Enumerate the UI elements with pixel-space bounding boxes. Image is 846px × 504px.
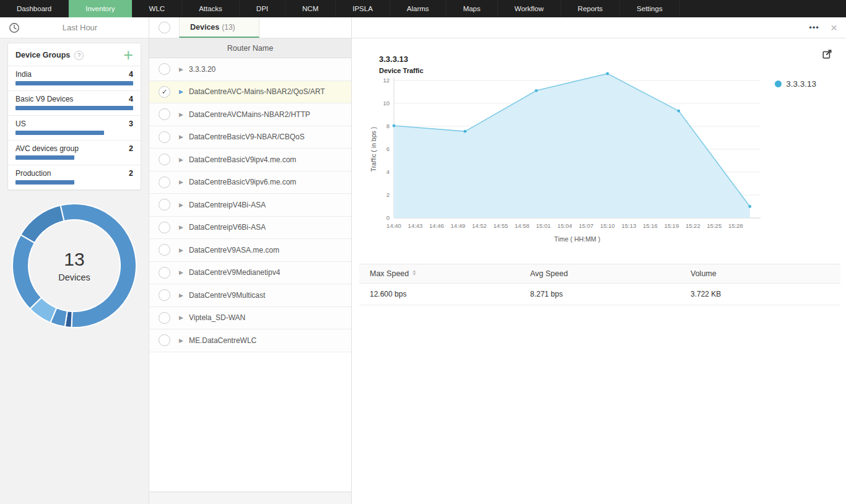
sort-arrows-icon	[412, 270, 416, 276]
add-group-button[interactable]: +	[123, 50, 133, 61]
nav-tab-workflow[interactable]: Workflow	[498, 0, 561, 17]
area-fill	[394, 74, 750, 218]
summary-value-avg-speed: 8.271 bps	[520, 284, 680, 305]
x-tick-label: 14:55	[494, 222, 508, 229]
expand-caret-icon[interactable]: ▶	[179, 66, 183, 72]
group-count: 3	[129, 119, 133, 128]
device-row-datacentrebasicv9-nbar-cbqos[interactable]: ▶DataCentreBasicV9-NBAR/CBQoS	[149, 126, 351, 149]
device-row-datacentrev9asa-me-com[interactable]: ▶DataCentreV9ASA.me.com	[149, 239, 351, 262]
device-row-viptela-sd-wan[interactable]: ▶Viptela_SD-WAN	[149, 307, 351, 330]
group-count-bar	[15, 106, 133, 110]
device-checkbox[interactable]	[159, 63, 170, 75]
clock-icon	[9, 22, 20, 33]
column-header-volume: Volume	[680, 264, 840, 284]
help-icon[interactable]: ?	[74, 51, 84, 60]
traffic-chart-svg: 02468101214:4014:4314:4614:4914:5214:551…	[369, 72, 768, 246]
data-point	[748, 205, 751, 208]
legend-dot	[775, 80, 782, 87]
group-row-avc-devices-group[interactable]: AVC devices group2	[8, 141, 141, 165]
devices-donut-chart: 13 Devices	[0, 202, 149, 329]
device-checkbox[interactable]	[159, 176, 170, 188]
device-checkbox[interactable]	[159, 334, 170, 346]
group-label: AVC devices group	[15, 144, 79, 153]
data-point	[393, 124, 396, 128]
expand-caret-icon[interactable]: ▶	[179, 247, 183, 253]
group-label: Production	[15, 169, 51, 178]
device-checkbox[interactable]	[159, 267, 170, 279]
group-count-bar	[15, 155, 74, 160]
device-checkbox[interactable]	[159, 312, 170, 324]
nav-tab-dpi[interactable]: DPI	[240, 0, 286, 17]
nav-tab-maps[interactable]: Maps	[447, 0, 498, 17]
expand-caret-icon[interactable]: ▶	[179, 292, 183, 298]
x-axis-label: Time ( HH:MM )	[554, 235, 600, 243]
time-filter-label: Last Hour	[20, 23, 140, 32]
nav-tab-attacks[interactable]: Attacks	[182, 0, 240, 17]
x-tick-label: 15:04	[557, 222, 572, 229]
device-row-datacentreavcmains-nbar2-http[interactable]: ▶DataCentreAVCMains-NBAR2/HTTP	[149, 103, 351, 126]
device-checkbox[interactable]	[159, 199, 170, 211]
device-row-datacentreipv4bi-asa[interactable]: ▶DataCentreipV4Bi-ASA	[149, 194, 351, 217]
device-row-datacentrev9multicast[interactable]: ▶DataCentreV9Multicast	[149, 284, 351, 307]
device-name: DataCentreV9Multicast	[189, 291, 265, 300]
nav-tab-reports[interactable]: Reports	[561, 0, 620, 17]
device-row-me-datacentrewlc[interactable]: ▶ME.DataCentreWLC	[149, 329, 351, 352]
device-row-datacentreipv6bi-asa[interactable]: ▶DataCentreipV6Bi-ASA	[149, 217, 351, 240]
nav-tab-ipsla[interactable]: IPSLA	[336, 0, 390, 17]
expand-caret-icon[interactable]: ▶	[179, 111, 183, 118]
expand-caret-icon[interactable]: ▶	[179, 224, 183, 230]
expand-caret-icon[interactable]: ▶	[179, 134, 183, 140]
nav-tab-dashboard[interactable]: Dashboard	[0, 0, 69, 17]
group-label: US	[15, 119, 26, 128]
device-checkbox[interactable]	[159, 222, 170, 233]
expand-caret-icon[interactable]: ▶	[179, 337, 183, 344]
data-point	[464, 130, 467, 133]
nav-tab-ncm[interactable]: NCM	[286, 0, 336, 17]
expand-caret-icon[interactable]: ▶	[179, 157, 183, 163]
nav-tab-settings[interactable]: Settings	[620, 0, 680, 17]
external-link-icon[interactable]	[822, 49, 832, 59]
nav-tab-wlc[interactable]: WLC	[133, 0, 183, 17]
device-row-datacentreavc-mains-nbar2-qos-art[interactable]: ✓▶DataCentreAVC-Mains-NBAR2/QoS/ART	[149, 81, 351, 104]
device-checkbox[interactable]	[159, 108, 170, 120]
group-label: Basic V9 Devices	[15, 95, 73, 103]
device-detail-panel: ••• × 3.3.3.13 Device Traffic 0246810121…	[352, 17, 846, 504]
device-checkbox[interactable]	[159, 131, 170, 143]
data-point	[677, 110, 680, 113]
nav-tab-alarms[interactable]: Alarms	[390, 0, 447, 17]
device-checkbox[interactable]: ✓	[159, 86, 170, 98]
expand-caret-icon[interactable]: ▶	[179, 179, 183, 185]
group-row-production[interactable]: Production2	[8, 165, 141, 189]
device-name: DataCentreipV6Bi-ASA	[189, 223, 266, 232]
expand-caret-icon[interactable]: ▶	[179, 315, 183, 321]
expand-caret-icon[interactable]: ▶	[179, 89, 183, 95]
group-row-basic-v9-devices[interactable]: Basic V9 Devices4	[8, 91, 141, 116]
device-row-datacentrev9medianetipv4[interactable]: ▶DataCentreV9Medianetipv4	[149, 262, 351, 285]
x-tick-label: 14:46	[429, 222, 444, 229]
tab-devices[interactable]: Devices (13)	[179, 17, 259, 38]
device-row-3-3-3-20[interactable]: ▶3.3.3.20	[149, 58, 351, 81]
expand-caret-icon[interactable]: ▶	[179, 202, 183, 208]
device-name: 3.3.3.20	[189, 65, 216, 74]
more-menu-icon[interactable]: •••	[809, 23, 819, 32]
group-row-us[interactable]: US3	[8, 116, 141, 141]
device-row-datacentrebasicv9ipv6-me-com[interactable]: ▶DataCentreBasicV9ipv6.me.com	[149, 172, 351, 194]
group-count-bar	[15, 180, 74, 185]
select-all-checkbox[interactable]	[159, 22, 170, 33]
device-checkbox[interactable]	[159, 154, 170, 165]
x-tick-label: 14:49	[451, 222, 466, 229]
time-filter[interactable]: Last Hour	[0, 17, 149, 38]
close-icon[interactable]: ×	[831, 22, 837, 33]
nav-tab-inventory[interactable]: Inventory	[69, 0, 132, 17]
column-header-max-speed[interactable]: Max Speed	[359, 264, 520, 284]
x-tick-label: 15:07	[578, 222, 593, 229]
device-name: DataCentreBasicV9ipv4.me.com	[189, 155, 296, 164]
device-groups-card: Device Groups ? + India4Basic V9 Devices…	[7, 43, 141, 190]
expand-caret-icon[interactable]: ▶	[179, 269, 183, 276]
group-row-india[interactable]: India4	[8, 66, 141, 91]
group-count: 2	[129, 169, 133, 178]
device-row-datacentrebasicv9ipv4-me-com[interactable]: ▶DataCentreBasicV9ipv4.me.com	[149, 149, 351, 172]
y-tick-label: 2	[386, 191, 390, 198]
device-checkbox[interactable]	[159, 244, 170, 256]
device-checkbox[interactable]	[159, 289, 170, 301]
